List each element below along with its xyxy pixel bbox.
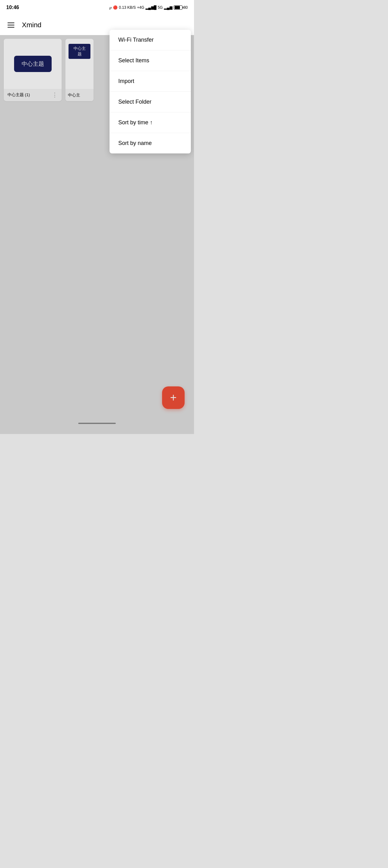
signal-bars-2: ▂▄▆ bbox=[164, 5, 172, 10]
signal-4g: +4G bbox=[137, 5, 144, 10]
menu-button[interactable] bbox=[5, 20, 17, 30]
menu-item-select-folder[interactable]: Select Folder bbox=[109, 92, 191, 113]
hamburger-line-3 bbox=[7, 27, 14, 28]
app-title: Xmind bbox=[22, 21, 41, 29]
status-time: 10:46 bbox=[6, 5, 19, 10]
select-items-label: Select Items bbox=[118, 57, 149, 64]
sort-by-name-label: Sort by name bbox=[118, 140, 152, 147]
battery-percent: 80 bbox=[184, 5, 188, 10]
status-icons: ℘ 🔴 0.13 KB/S +4G ▂▄▆█ 5G ▂▄▆ 80 bbox=[109, 5, 188, 10]
status-bar: 10:46 ℘ 🔴 0.13 KB/S +4G ▂▄▆█ 5G ▂▄▆ 80 bbox=[0, 0, 194, 15]
menu-item-select-items[interactable]: Select Items bbox=[109, 51, 191, 71]
sort-by-time-label: Sort by time ↑ bbox=[118, 119, 153, 126]
battery-level bbox=[174, 6, 180, 9]
wifi-transfer-label: Wi-Fi Transfer bbox=[118, 37, 154, 43]
bluetooth-icon: ℘ bbox=[109, 5, 112, 10]
network-speed: 0.13 KB/S bbox=[119, 5, 136, 10]
bluetooth-icon2: 🔴 bbox=[113, 5, 118, 10]
menu-item-sort-by-name[interactable]: Sort by name bbox=[109, 133, 191, 153]
import-label: Import bbox=[118, 78, 134, 85]
menu-item-import[interactable]: Import bbox=[109, 71, 191, 92]
menu-item-sort-by-time[interactable]: Sort by time ↑ bbox=[109, 113, 191, 133]
dropdown-menu: Wi-Fi Transfer Select Items Import Selec… bbox=[109, 30, 191, 153]
select-folder-label: Select Folder bbox=[118, 99, 152, 105]
hamburger-line-2 bbox=[7, 25, 14, 25]
signal-bars-1: ▂▄▆█ bbox=[146, 5, 157, 10]
menu-item-wifi-transfer[interactable]: Wi-Fi Transfer bbox=[109, 30, 191, 51]
battery-icon bbox=[174, 5, 183, 10]
signal-5g: 5G bbox=[158, 5, 163, 10]
hamburger-line-1 bbox=[7, 23, 14, 23]
